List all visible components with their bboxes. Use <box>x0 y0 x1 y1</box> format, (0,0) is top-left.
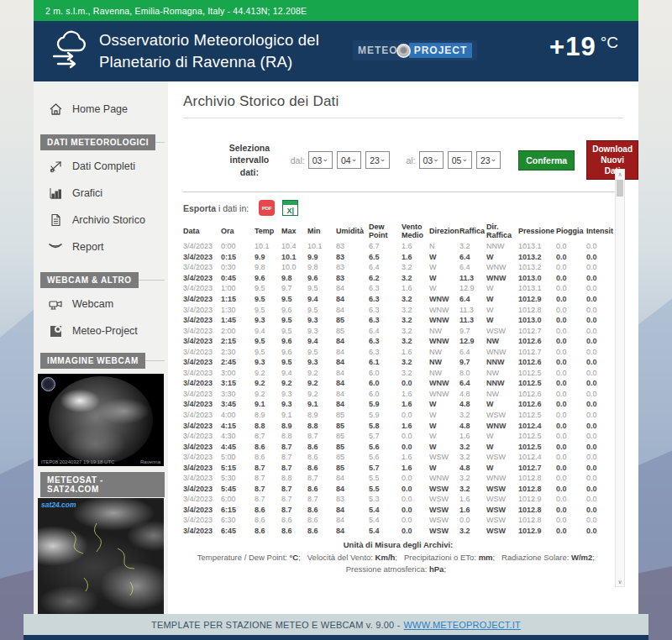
table-cell: WSW <box>486 506 518 514</box>
unit-segment: Radiazione Solare: W/m2; <box>501 553 599 562</box>
table-cell: 0.0 <box>586 485 613 493</box>
table-cell: 0.0 <box>586 242 613 250</box>
scrollbar-thumb[interactable] <box>617 180 623 197</box>
table-cell: 3/4/2023 <box>183 527 221 535</box>
table-cell: W <box>429 443 459 451</box>
table-row: 3/4/20234:008.99.18.9855.90.0W3.2WSW1012… <box>183 410 613 421</box>
sidebar-item-dati-completi[interactable]: Dati Completi <box>34 155 168 177</box>
table-cell: 1013.2 <box>518 253 556 261</box>
table-cell: 3/4/2023 <box>183 400 221 408</box>
excel-export-icon[interactable]: X| <box>282 200 298 216</box>
table-cell: 4.8 <box>459 400 486 408</box>
table-cell: 3/4/2023 <box>183 274 221 282</box>
table-cell: 6.4 <box>459 263 486 271</box>
meteosat-satellite-image[interactable]: sat24.com <box>38 498 164 624</box>
sidebar-item-home-page[interactable]: Home Page <box>34 98 168 120</box>
table-cell: 10.4 <box>281 242 307 250</box>
table-cell: 3:45 <box>221 400 255 408</box>
table-cell: 0.0 <box>556 369 586 377</box>
bottom-navy-strip <box>24 635 648 640</box>
meteoproject-logo[interactable]: Meteo Project <box>353 40 477 60</box>
table-row: 3/4/20232:459.39.59.3846.13.2NW9.7NNW101… <box>183 357 613 368</box>
table-cell: 6:45 <box>221 527 255 535</box>
table-cell: 8.6 <box>255 443 281 451</box>
confirm-button[interactable]: Conferma <box>518 150 575 170</box>
table-cell: 0.0 <box>556 274 586 282</box>
table-cell: 83 <box>336 495 369 503</box>
table-cell: 0.0 <box>586 295 613 303</box>
sidebar-item-archivio-storico[interactable]: Archivio Storico <box>34 209 168 231</box>
table-cell: 5.6 <box>369 443 402 451</box>
table-cell: W <box>486 400 518 408</box>
table-cell: 0.0 <box>402 474 429 482</box>
to-day-select[interactable]: 03 ⌄ <box>419 151 444 169</box>
table-cell: 84 <box>336 358 369 366</box>
table-header-row: DataOraTempMaxMinUmiditàDew PointVento M… <box>183 221 613 241</box>
pdf-export-icon[interactable]: PDF <box>259 200 275 216</box>
table-cell: 0.0 <box>402 379 429 387</box>
table-cell: 3:15 <box>221 379 255 387</box>
table-cell: 84 <box>336 400 369 408</box>
table-cell: 9.1 <box>281 411 307 419</box>
from-month-select[interactable]: 04 ⌄ <box>337 151 361 169</box>
table-cell: 6.4 <box>459 295 486 303</box>
table-cell: 0.0 <box>556 443 586 451</box>
table-cell: NW <box>486 337 518 345</box>
scroll-up-arrow[interactable]: ∧ <box>616 170 624 179</box>
site-header: Osservatorio Meteorologico del Planetari… <box>34 21 638 81</box>
sidebar-item-webcam[interactable]: Webcam <box>34 293 168 315</box>
table-cell: 85 <box>336 464 369 472</box>
table-cell: 9.3 <box>307 316 336 324</box>
table-row: 3/4/20231:159.59.59.4846.33.2WNW6.4W1012… <box>183 294 613 305</box>
to-year-select[interactable]: 23 ⌄ <box>476 151 501 169</box>
table-cell: 3:00 <box>221 369 255 377</box>
table-cell: NW <box>429 327 459 335</box>
table-cell: 3.2 <box>459 474 486 482</box>
table-cell: 3/4/2023 <box>183 516 221 524</box>
table-cell: 0.0 <box>402 432 429 440</box>
table-cell: 5.5 <box>369 485 402 493</box>
from-year-select[interactable]: 23 ⌄ <box>365 151 390 169</box>
table-cell: 0.0 <box>556 242 586 250</box>
table-cell: 0.0 <box>586 316 613 324</box>
table-cell: 1.6 <box>402 453 429 461</box>
table-cell: WNW <box>429 337 459 345</box>
table-cell: W <box>486 443 518 451</box>
download-new-data-button[interactable]: Download Nuovi Dati <box>586 140 638 180</box>
table-cell: 84 <box>336 369 369 377</box>
units-title: Unità di Misura degli Archivi: <box>183 539 613 551</box>
table-cell: WNW <box>486 263 518 271</box>
table-cell: 9.2 <box>307 390 336 398</box>
table-cell: 0.0 <box>556 527 586 535</box>
table-cell: 3/4/2023 <box>183 327 221 335</box>
table-cell: 0.0 <box>586 506 613 514</box>
table-cell: 1:45 <box>221 316 255 324</box>
table-cell: 0.0 <box>556 390 586 398</box>
table-cell: NNW <box>486 242 518 250</box>
table-cell: 9.5 <box>281 316 307 324</box>
table-header-cell: Raffica <box>459 227 486 235</box>
from-day-select[interactable]: 03 ⌄ <box>308 151 333 169</box>
page-container: 2 m. s.l.m., Ravenna, Emilia-Romagna, It… <box>34 0 638 614</box>
webcam-image[interactable]: ITEP08 20240327 19:19:18 UTC Ravenna <box>38 374 164 466</box>
date-range-form: Seleziona intervallo dati: dal: 03 ⌄ 04 … <box>220 140 638 180</box>
table-cell: 8.6 <box>255 516 281 524</box>
footer-link[interactable]: WWW.METEOPROJECT.IT <box>404 620 521 630</box>
scroll-down-arrow[interactable]: ∨ <box>616 577 624 586</box>
sidebar-item-grafici[interactable]: Grafici <box>34 182 168 204</box>
webcam-location-label: Ravenna <box>140 459 160 464</box>
table-cell: 0.0 <box>586 432 613 440</box>
table-cell: W <box>429 464 459 472</box>
export-label-bold: Esporta <box>183 203 216 213</box>
sidebar-item-report[interactable]: Report <box>34 236 168 258</box>
table-header-cell: Dew Point <box>369 223 402 240</box>
table-cell: 9.3 <box>255 316 281 324</box>
table-scrollbar[interactable]: ∧ ∨ <box>615 169 625 587</box>
table-cell: 1.6 <box>459 506 486 514</box>
table-cell: 3.2 <box>402 369 429 377</box>
sidebar-item-meteo-project[interactable]: Meteo-Project <box>34 320 168 342</box>
table-cell: 1012.9 <box>518 495 556 503</box>
table-cell: 0.0 <box>556 485 586 493</box>
document-icon <box>47 212 64 228</box>
to-month-select[interactable]: 05 ⌄ <box>448 151 472 169</box>
